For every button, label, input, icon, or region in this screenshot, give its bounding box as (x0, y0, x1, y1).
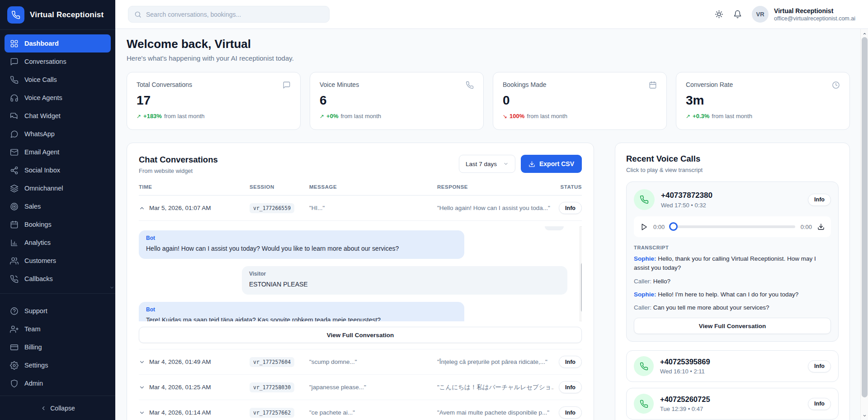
sidebar-item-customers[interactable]: Customers (5, 252, 111, 270)
stat-delta-pct: +183% (143, 113, 162, 119)
info-button[interactable]: Info (559, 406, 582, 419)
call-avatar (634, 189, 655, 210)
conversation-scrollbar[interactable] (580, 226, 582, 321)
app-root: Virtual Receptionist Dashboard Conversat… (0, 0, 868, 420)
voice-call-card[interactable]: +40737872380 Wed 17:50 • 0:32 Info 0:00 … (626, 181, 839, 342)
info-button[interactable]: Info (808, 194, 831, 206)
target-icon (10, 202, 19, 211)
user-menu[interactable]: VR Virtual Receptionist office@virtualre… (752, 6, 855, 23)
sidebar-item-callbacks[interactable]: Callbacks (5, 270, 111, 288)
info-button[interactable]: Info (559, 381, 582, 393)
sidebar-item-admin[interactable]: Admin (5, 374, 111, 392)
sidebar-item-dashboard[interactable]: Dashboard (5, 34, 111, 52)
sidebar-item-omnichannel[interactable]: Omnichannel (5, 179, 111, 197)
info-button[interactable]: Info (559, 356, 582, 368)
sidebar-item-settings[interactable]: Settings (5, 356, 111, 374)
sidebar-item-analytics[interactable]: Analytics (5, 234, 111, 252)
scroll-up-icon[interactable] (580, 227, 582, 234)
row-message: "HI..." (309, 205, 437, 211)
speaker-label: Sophie: (634, 255, 656, 262)
col-time: TIME (139, 184, 250, 190)
sidebar-item-team[interactable]: Team (5, 320, 111, 338)
sidebar-item-email-agent[interactable]: Email Agent (5, 143, 111, 161)
chat-bubble-icon (283, 81, 291, 89)
row-message: "ce pachete ai..." (309, 409, 437, 416)
table-row[interactable]: Mar 4, 2026, 01:25 AM vr_177258030 "japa… (139, 374, 582, 400)
user-plus-icon (10, 325, 19, 334)
sidebar-item-label: Team (24, 325, 40, 333)
sidebar-item-social-inbox[interactable]: Social Inbox (5, 161, 111, 179)
col-response: RESPONSE (437, 184, 554, 190)
info-button[interactable]: Info (808, 398, 831, 410)
transcript-text: Hello, thank you for calling Virtual Rec… (634, 255, 816, 271)
sidebar-item-billing[interactable]: Billing (5, 338, 111, 356)
row-time: Mar 4, 2026, 01:14 AM (149, 409, 211, 416)
user-email: office@virtualreceptionist.com.ai (774, 15, 855, 22)
expand-row-icon[interactable] (139, 410, 145, 416)
page-scrollbar[interactable] (860, 29, 868, 420)
stat-value: 6 (320, 93, 474, 108)
sidebar-item-bookings[interactable]: Bookings (5, 215, 111, 234)
info-button[interactable]: Info (559, 202, 582, 214)
stat-value: 0 (503, 93, 657, 108)
sidebar-item-label: Voice Calls (24, 76, 57, 83)
conversation-scroll-area[interactable]: Bot Hello again! How can I assist you to… (139, 226, 582, 321)
sidebar-item-label: Conversations (24, 58, 66, 65)
notifications-bell-icon[interactable] (733, 10, 742, 19)
message-text: Tere! Kuidas ma saan teid täna aidata? K… (146, 316, 457, 321)
sidebar-item-conversations[interactable]: Conversations (5, 52, 111, 71)
voice-call-card[interactable]: +40725260725 Tue 12:39 • 0:47 Info (626, 388, 839, 420)
table-row[interactable]: Mar 5, 2026, 01:07 AM vr_177266559 "HI..… (139, 196, 582, 220)
sidebar-item-support[interactable]: Support (5, 302, 111, 320)
collapse-sidebar-button[interactable]: Collapse (0, 396, 115, 420)
expand-row-icon[interactable] (139, 359, 145, 365)
scrollbar-thumb[interactable] (581, 262, 582, 312)
download-recording-icon[interactable] (817, 223, 825, 230)
play-button[interactable] (640, 223, 648, 231)
collapse-row-icon[interactable] (139, 205, 145, 211)
date-range-select[interactable]: Last 7 days (459, 155, 515, 173)
voice-panel-subtitle: Click to play & view transcript (626, 167, 839, 173)
sidebar-item-voice-agents[interactable]: Voice Agents (5, 89, 111, 107)
app-title: Virtual Receptionist (30, 10, 104, 19)
app-logo (7, 6, 24, 24)
scrollbar-thumb[interactable] (862, 37, 868, 397)
slider-knob[interactable] (669, 222, 678, 231)
export-csv-button[interactable]: Export CSV (521, 155, 582, 173)
trend-up-icon (137, 113, 141, 119)
seek-slider[interactable] (670, 225, 795, 228)
sidebar-item-chat-widget[interactable]: Chat Widget (5, 107, 111, 125)
voice-call-card[interactable]: +40725395869 Wed 16:10 • 2:11 Info (626, 350, 839, 382)
sidebar-item-voice-calls[interactable]: Voice Calls (5, 71, 111, 89)
stat-delta: +183%from last month (137, 113, 291, 119)
table-row[interactable]: Mar 4, 2026, 01:49 AM vr_177257604 "scum… (139, 349, 582, 374)
sidebar-item-sales[interactable]: Sales (5, 197, 111, 215)
col-session: SESSION (250, 184, 309, 190)
scroll-up-icon[interactable] (861, 30, 868, 37)
phone-icon (466, 81, 474, 89)
header-actions: VR Virtual Receptionist office@virtualre… (715, 6, 855, 23)
info-button[interactable]: Info (808, 360, 831, 372)
scroll-down-icon[interactable] (861, 412, 868, 419)
transcript-line: Caller: Can you tell me more about your … (634, 303, 831, 312)
session-badge: vr_177266559 (250, 203, 294, 213)
sidebar-item-whatsapp[interactable]: WhatsApp (5, 125, 111, 143)
expand-row-icon[interactable] (139, 384, 145, 391)
table-row[interactable]: Mar 4, 2026, 01:14 AM vr_177257662 "ce p… (139, 400, 582, 420)
phone-icon (11, 10, 20, 19)
transcript-line: Sophie: Hello! I'm here to help. What ca… (634, 290, 831, 299)
scroll-down-icon[interactable] (580, 314, 582, 320)
sidebar-divider (0, 293, 115, 294)
sidebar-item-label: Omnichannel (24, 185, 63, 192)
call-meta: Wed 17:50 • 0:32 (661, 202, 712, 209)
search-input[interactable] (146, 11, 323, 18)
sidebar-item-label: Dashboard (24, 40, 59, 47)
global-search[interactable] (128, 6, 330, 23)
view-full-conversation-button[interactable]: View Full Conversation (139, 327, 582, 343)
call-meta: Wed 16:10 • 2:11 (660, 368, 710, 375)
theme-toggle-sun-icon[interactable] (715, 10, 723, 19)
credit-card-icon (10, 343, 19, 352)
view-full-conversation-button[interactable]: View Full Conversation (634, 318, 831, 334)
help-circle-icon (10, 307, 19, 315)
sidebar-scroll-down-icon[interactable] (109, 285, 114, 290)
